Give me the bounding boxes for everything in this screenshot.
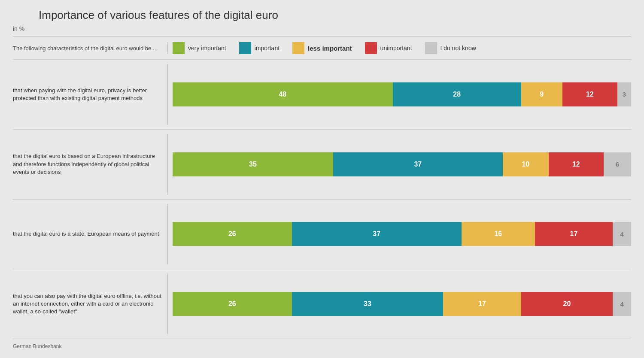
bar-segment-2-important: 37 [292,222,462,246]
bar-segment-3-very_important: 26 [173,292,292,316]
data-row-2: that the digital euro is a state, Europe… [13,200,631,270]
legend-text-very_important: very important [188,45,226,52]
row-divider-0 [167,64,168,125]
data-row-1: that the digital euro is based on a Euro… [13,130,631,200]
legend-color-important [239,42,251,54]
source-label: German Bundesbank [13,343,631,349]
bar-segment-0-very_important: 48 [173,82,393,106]
bar-segment-3-less_important: 17 [443,292,521,316]
row-divider-1 [167,134,168,195]
bar-container-1: 353710126 [173,152,631,176]
legend-items: very importantimportantless importantuni… [173,42,631,54]
legend-color-unimportant [365,42,377,54]
row-label-1: that the digital euro is based on a Euro… [13,152,167,176]
legend-text-do_not_know: I do not know [440,45,476,52]
row-label-2: that the digital euro is a state, Europe… [13,230,167,238]
legend-item-less_important: less important [292,42,352,54]
bar-segment-3-unimportant: 20 [521,292,613,316]
bar-segment-1-important: 37 [333,152,503,176]
bar-segment-0-important: 28 [393,82,521,106]
bar-segment-2-do_not_know: 4 [613,222,631,246]
bar-container-0: 48289123 [173,82,631,106]
legend-row: The following characteristics of the dig… [13,37,631,60]
bar-segment-3-do_not_know: 4 [613,292,631,316]
row-label-0: that when paying with the digital euro, … [13,87,167,102]
vertical-divider [167,42,168,54]
row-label-3: that you can also pay with the digital e… [13,292,167,316]
data-row-3: that you can also pay with the digital e… [13,269,631,339]
legend-text-important: important [255,45,279,52]
chart-title: Importance of various features of the di… [13,9,631,22]
legend-text-less_important: less important [308,45,352,52]
bar-segment-2-very_important: 26 [173,222,292,246]
legend-color-do_not_know [425,42,437,54]
bar-segment-3-important: 33 [292,292,443,316]
legend-color-less_important [292,42,304,54]
bar-segment-1-less_important: 10 [503,152,549,176]
row-divider-3 [167,273,168,334]
legend-color-very_important [173,42,185,54]
bar-segment-0-do_not_know: 3 [617,82,631,106]
bar-segment-1-unimportant: 12 [549,152,604,176]
legend-category-label: The following characteristics of the dig… [13,45,167,52]
bar-segment-0-less_important: 9 [521,82,562,106]
data-row-0: that when paying with the digital euro, … [13,60,631,130]
bar-segment-2-unimportant: 17 [535,222,613,246]
bar-segment-1-very_important: 35 [173,152,333,176]
legend-item-important: important [239,42,279,54]
bar-segment-2-less_important: 16 [462,222,535,246]
legend-item-very_important: very important [173,42,226,54]
bar-container-2: 263716174 [173,222,631,246]
legend-text-unimportant: unimportant [380,45,412,52]
row-divider-2 [167,204,168,265]
bar-segment-1-do_not_know: 6 [604,152,631,176]
unit-label: in % [13,25,631,32]
legend-item-unimportant: unimportant [365,42,412,54]
bar-segment-0-unimportant: 12 [562,82,617,106]
legend-item-do_not_know: I do not know [425,42,476,54]
bar-container-3: 263317204 [173,292,631,316]
